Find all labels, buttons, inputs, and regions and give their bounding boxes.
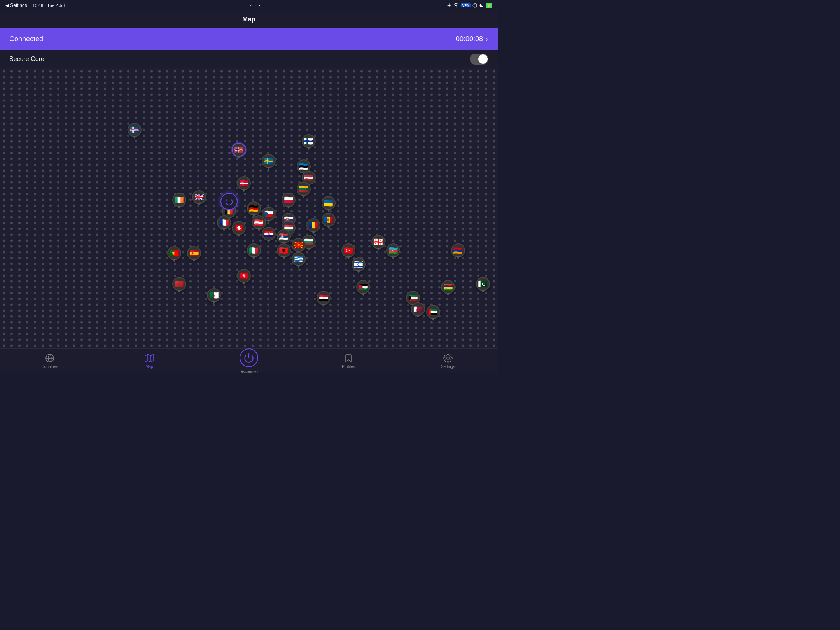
pin-norway[interactable]: 🇳🇴 bbox=[232, 143, 246, 157]
tab-disconnect-label: Disconnect bbox=[239, 369, 258, 373]
status-date: Tue 2 Jul bbox=[47, 3, 65, 8]
pin-egypt[interactable]: 🇪🇬 bbox=[317, 291, 331, 305]
pin-spain[interactable]: 🇪🇸 bbox=[187, 246, 201, 260]
connection-timer: 00:00:08 bbox=[456, 35, 483, 43]
pin-italy[interactable]: 🇮🇹 bbox=[247, 243, 261, 257]
tab-bar: Countries Map Disconnect Profiles Settin… bbox=[0, 348, 498, 373]
pin-georgia[interactable]: 🇬🇪 bbox=[371, 235, 385, 249]
pin-north-mac[interactable]: 🇲🇰 bbox=[292, 238, 306, 252]
pin-uk[interactable]: 🇬🇧 bbox=[192, 190, 206, 204]
svg-marker-4 bbox=[145, 354, 154, 362]
status-right: VPN ⚡ bbox=[447, 3, 492, 8]
pin-denmark[interactable]: 🇩🇰 bbox=[237, 176, 251, 190]
pin-algeria[interactable]: 🇩🇿 bbox=[207, 288, 221, 302]
status-center: • • • bbox=[250, 4, 261, 7]
status-time: 10.48 bbox=[33, 3, 44, 8]
wifi-icon bbox=[453, 3, 459, 8]
svg-point-8 bbox=[447, 357, 449, 359]
tab-profiles[interactable]: Profiles bbox=[299, 354, 398, 369]
map-icon bbox=[145, 354, 154, 363]
secure-core-row: Secure Core bbox=[0, 50, 498, 68]
vpn-badge: VPN bbox=[461, 4, 471, 7]
bookmark-icon bbox=[344, 354, 353, 363]
pin-sweden[interactable]: 🇸🇪 bbox=[262, 154, 276, 168]
tab-disconnect[interactable]: Disconnect bbox=[199, 348, 299, 373]
title-bar: Map bbox=[0, 11, 498, 28]
back-settings[interactable]: ◀ Settings bbox=[5, 3, 27, 8]
pin-albania[interactable]: 🇦🇱 bbox=[277, 243, 291, 257]
pin-portugal[interactable]: 🇵🇹 bbox=[167, 246, 181, 260]
pin-finland[interactable]: 🇫🇮 bbox=[302, 134, 316, 148]
pin-armenia[interactable]: 🇦🇲 bbox=[451, 243, 465, 257]
pin-jordan[interactable]: 🇯🇴 bbox=[356, 280, 370, 294]
pin-iceland[interactable]: 🇮🇸 bbox=[128, 123, 142, 137]
pin-tunisia[interactable]: 🇹🇳 bbox=[237, 269, 251, 283]
disconnect-circle[interactable] bbox=[240, 348, 258, 367]
gear-icon bbox=[443, 354, 453, 363]
page-title: Map bbox=[242, 16, 256, 23]
pin-uae[interactable]: 🇦🇪 bbox=[426, 305, 440, 319]
pin-romania[interactable]: 🇷🇴 bbox=[306, 218, 320, 232]
pin-greece[interactable]: 🇬🇷 bbox=[292, 252, 306, 266]
pin-serbia[interactable]: 🇷🇸 bbox=[277, 229, 291, 243]
power-button-pin[interactable] bbox=[220, 193, 238, 210]
tab-settings[interactable]: Settings bbox=[398, 354, 498, 369]
pin-turkey[interactable]: 🇹🇷 bbox=[341, 243, 355, 257]
tab-map[interactable]: Map bbox=[100, 354, 199, 369]
status-bar: ◀ Settings 10.48 Tue 2 Jul • • • VPN ⚡ bbox=[0, 0, 498, 11]
secure-core-label: Secure Core bbox=[9, 56, 44, 63]
globe-icon bbox=[45, 354, 54, 363]
pin-morocco[interactable]: 🇲🇦 bbox=[172, 277, 186, 291]
pin-lithuania[interactable]: 🇱🇹 bbox=[297, 182, 311, 196]
chevron-right-icon[interactable]: › bbox=[486, 35, 488, 43]
pin-switzerland[interactable]: 🇨🇭 bbox=[232, 221, 246, 235]
pin-germany[interactable]: 🇩🇪 bbox=[247, 201, 261, 215]
pin-croatia[interactable]: 🇭🇷 bbox=[262, 227, 276, 241]
connected-label: Connected bbox=[9, 35, 43, 43]
map-area[interactable]: 🇮🇸🇳🇴🇸🇪🇫🇮🇩🇰🇪🇪🇱🇻🇱🇹🇬🇧🇮🇪🇳🇱🇩🇪🇵🇱🇺🇦🇧🇪🇨🇿🇸🇰🇦🇹🇨🇭🇭🇺… bbox=[0, 68, 498, 348]
tab-map-label: Map bbox=[145, 364, 153, 369]
status-left: ◀ Settings 10.48 Tue 2 Jul bbox=[5, 3, 65, 8]
moon-icon bbox=[479, 3, 484, 8]
connected-banner[interactable]: Connected 00:00:08 › bbox=[0, 28, 498, 50]
power-icon bbox=[243, 352, 254, 363]
tab-profiles-label: Profiles bbox=[342, 364, 355, 369]
secure-core-toggle[interactable] bbox=[470, 54, 488, 65]
tab-settings-label: Settings bbox=[441, 364, 455, 369]
pin-moldova[interactable]: 🇲🇩 bbox=[322, 213, 336, 227]
tab-countries-label: Countries bbox=[42, 364, 58, 369]
battery-icon: ⚡ bbox=[486, 3, 492, 8]
pin-france[interactable]: 🇫🇷 bbox=[217, 215, 231, 229]
pin-poland[interactable]: 🇵🇱 bbox=[282, 193, 296, 207]
pin-austria[interactable]: 🇦🇹 bbox=[252, 215, 266, 229]
tab-countries[interactable]: Countries bbox=[0, 354, 100, 369]
timer-icon bbox=[472, 3, 477, 8]
pin-ukraine[interactable]: 🇺🇦 bbox=[322, 196, 336, 210]
airplane-icon bbox=[447, 3, 452, 8]
pin-ireland[interactable]: 🇮🇪 bbox=[172, 193, 186, 207]
connected-timer-area[interactable]: 00:00:08 › bbox=[456, 35, 488, 43]
pin-pakistan[interactable]: 🇵🇰 bbox=[476, 277, 490, 291]
pin-azerbaijan[interactable]: 🇦🇿 bbox=[386, 243, 400, 257]
pins-layer: 🇮🇸🇳🇴🇸🇪🇫🇮🇩🇰🇪🇪🇱🇻🇱🇹🇬🇧🇮🇪🇳🇱🇩🇪🇵🇱🇺🇦🇧🇪🇨🇿🇸🇰🇦🇹🇨🇭🇭🇺… bbox=[0, 68, 498, 348]
pin-qatar[interactable]: 🇶🇦 bbox=[411, 302, 425, 316]
pin-mauritius[interactable]: 🇲🇺 bbox=[441, 280, 455, 294]
pin-israel[interactable]: 🇮🇱 bbox=[352, 257, 366, 271]
status-dots: • • • bbox=[250, 4, 261, 7]
